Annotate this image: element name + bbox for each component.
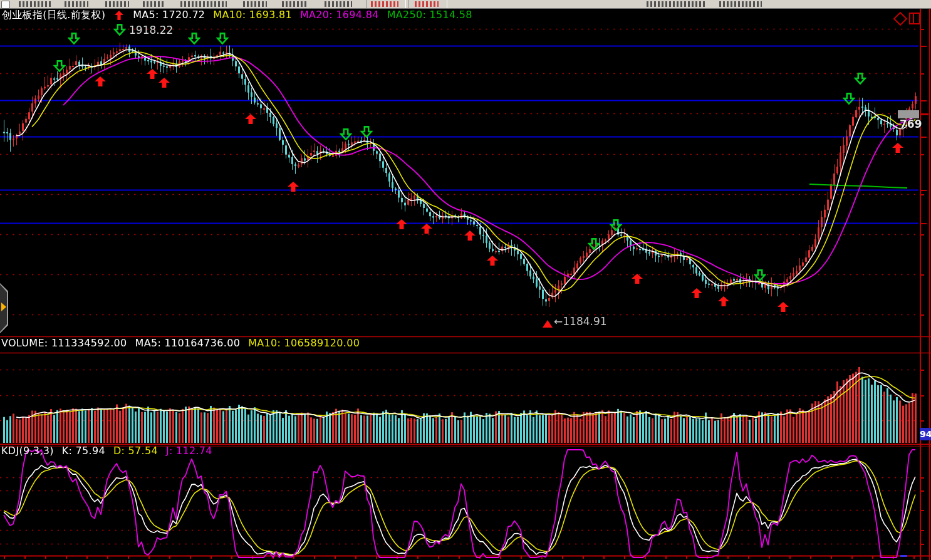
trading-terminal-window: 创业板指(日线.前复权) MA5: 1720.72MA10: 1693.81MA… bbox=[0, 0, 931, 560]
sell-signal-arrow-icon bbox=[754, 269, 766, 284]
menu-text-fragment[interactable] bbox=[19, 1, 51, 7]
buy-signal-arrow-icon bbox=[147, 69, 158, 81]
menu-text-fragment[interactable] bbox=[371, 1, 398, 7]
buy-signal-arrow-icon bbox=[396, 219, 407, 232]
buy-signal-arrow-icon bbox=[487, 256, 498, 268]
window-icon[interactable] bbox=[1, 1, 10, 9]
sell-signal-arrow-icon bbox=[588, 238, 600, 252]
menu-text-fragment[interactable] bbox=[65, 1, 88, 7]
menu-text-fragment[interactable] bbox=[243, 1, 267, 7]
menu-text-fragment[interactable] bbox=[143, 1, 164, 7]
buy-signal-arrow-icon bbox=[691, 288, 702, 301]
menu-text-fragment[interactable] bbox=[105, 1, 129, 7]
last-price-tag: 769 bbox=[900, 118, 922, 130]
ma-label: MA5: 1720.72 bbox=[133, 10, 205, 20]
sidebar-flyout-tab[interactable] bbox=[0, 283, 8, 333]
ma-label: MA20: 1694.84 bbox=[300, 10, 379, 20]
ma-readout-list: MA5: 1720.72MA10: 1693.81MA20: 1694.84MA… bbox=[133, 10, 472, 20]
main-chart-header: 创业板指(日线.前复权) MA5: 1720.72MA10: 1693.81MA… bbox=[2, 10, 472, 20]
buy-signal-arrow-icon bbox=[778, 302, 789, 314]
ma-label: MA250: 1514.58 bbox=[387, 10, 472, 20]
buy-signal-arrow-icon bbox=[245, 114, 256, 127]
buy-signal-arrow-icon bbox=[464, 231, 476, 243]
sell-signal-arrow-icon bbox=[188, 33, 200, 47]
menu-text-fragment[interactable] bbox=[180, 1, 227, 7]
sell-signal-arrow-icon bbox=[843, 93, 855, 107]
ma-label: MA10: 1693.81 bbox=[213, 10, 292, 20]
kdj-j-readout: J: 112.74 bbox=[166, 446, 212, 456]
volume-panel-header: VOLUME: 111334592.00 MA5: 110164736.00 M… bbox=[1, 338, 360, 348]
trend-up-arrow-icon bbox=[115, 11, 123, 20]
volume-axis-label: 94 bbox=[920, 428, 931, 440]
menu-text-fragment[interactable] bbox=[719, 1, 762, 7]
split-pane-icon[interactable] bbox=[909, 13, 920, 24]
peak-price-annotation: 1918.22 bbox=[129, 24, 173, 36]
sell-signal-arrow-icon bbox=[68, 33, 80, 47]
trough-marker-icon bbox=[543, 320, 553, 328]
volume-readout: VOLUME: 111334592.00 bbox=[1, 338, 127, 348]
buy-signal-arrow-icon bbox=[288, 182, 299, 194]
buy-signal-arrow-icon bbox=[632, 274, 643, 286]
menu-text-fragment[interactable] bbox=[325, 1, 352, 7]
sell-signal-arrow-icon bbox=[360, 126, 373, 140]
buy-signal-arrow-icon bbox=[892, 143, 903, 155]
sell-signal-arrow-icon bbox=[854, 73, 866, 87]
kdj-d-readout: D: 57.54 bbox=[113, 446, 158, 456]
kdj-panel-header: KDJ(9,3,3) K: 75.94 D: 57.54 J: 112.74 bbox=[1, 446, 212, 456]
menu-text-fragment[interactable] bbox=[415, 1, 439, 7]
sell-signal-arrow-icon bbox=[113, 24, 126, 38]
kdj-k-readout: K: 75.94 bbox=[62, 446, 105, 456]
trough-price-annotation: ←1184.91 bbox=[554, 315, 607, 328]
sell-signal-arrow-icon bbox=[216, 33, 229, 47]
kdj-indicator-name: KDJ(9,3,3) bbox=[1, 446, 54, 456]
volume-ma5-readout: MA5: 110164736.00 bbox=[135, 338, 241, 348]
menu-text-fragment[interactable] bbox=[647, 1, 707, 7]
menu-text-fragment[interactable] bbox=[282, 1, 308, 7]
buy-signal-arrow-icon bbox=[159, 78, 170, 90]
chart-canvas bbox=[0, 0, 931, 560]
sell-signal-arrow-icon bbox=[53, 60, 66, 75]
buy-signal-arrow-icon bbox=[718, 296, 729, 309]
symbol-title: 创业板指(日线.前复权) bbox=[2, 10, 105, 20]
volume-ma10-readout: MA10: 106589120.00 bbox=[248, 338, 360, 348]
menu-bar[interactable] bbox=[0, 0, 931, 9]
buy-signal-arrow-icon bbox=[95, 76, 106, 89]
expand-arrow-icon bbox=[1, 303, 6, 311]
sell-signal-arrow-icon bbox=[610, 219, 622, 234]
buy-signal-arrow-icon bbox=[421, 224, 432, 236]
sell-signal-arrow-icon bbox=[340, 128, 352, 143]
